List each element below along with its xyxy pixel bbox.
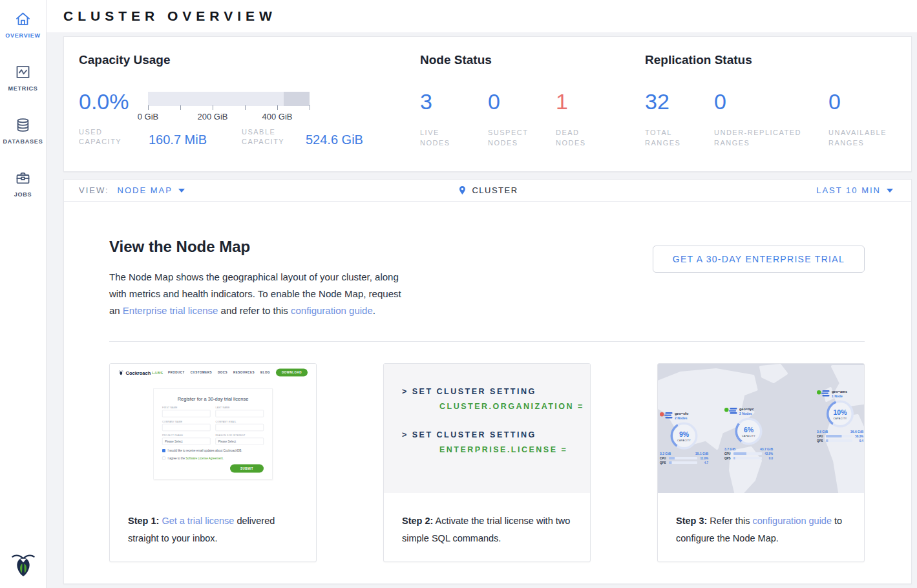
live-nodes-metric: 3 LIVENODES [420,89,488,148]
thumb-nav-item: CUSTOMERS [191,371,212,374]
dead-nodes-label: DEADNODES [556,127,645,148]
thumb-download-button: DOWNLOAD [276,369,308,377]
thumb-input [216,424,264,431]
briefcase-icon [14,169,32,187]
sql-prompt-line: > SET CLUSTER SETTING [402,430,590,439]
node-map-body: View the Node Map The Node Map shows the… [64,202,911,583]
node-status-section: Node Status 3 LIVENODES 0 SUSPECTNODES [420,37,645,171]
axis-tick-label: 400 GiB [262,112,293,121]
replication-status-title: Replication Status [645,53,911,67]
configuration-guide-link[interactable]: configuration guide [291,305,373,316]
under-replicated-ranges-label: UNDER-REPLICATEDRANGES [714,127,828,148]
configuration-guide-step-link[interactable]: configuration guide [752,516,832,526]
axis-tick [148,105,149,110]
chevron-down-icon [887,189,893,193]
thumb-nav-item: DOCS [218,371,227,374]
view-selector-dropdown[interactable]: NODE MAP [118,185,185,195]
capacity-usage-section: Capacity Usage 0.0% [64,37,420,171]
step1-card: Cockroach LABS PRODUCT CUSTOMERS DOCS RE… [109,363,317,562]
unavailable-ranges-label: UNAVAILABLERANGES [828,127,911,148]
sidebar-item-label: OVERVIEW [5,32,41,39]
trial-registration-thumbnail: Cockroach LABS PRODUCT CUSTOMERS DOCS RE… [110,364,316,493]
replication-status-section: Replication Status 32 TOTALRANGES 0 UNDE… [645,37,911,171]
capacity-bar-chart: 0 GiB 200 GiB 400 GiB [148,89,310,114]
app-root: OVERVIEW METRICS DATABASES JOBS [0,0,917,588]
capacity-usage-title: Capacity Usage [79,53,420,67]
axis-tick [180,105,181,110]
sidebar-item-overview[interactable]: OVERVIEW [0,10,46,39]
axis-tick [277,105,278,110]
unavailable-ranges-value: 0 [828,89,911,114]
step3-caption: Step 3: Refer this configuration guide t… [658,493,864,547]
live-nodes-value: 3 [420,89,488,114]
node-map-card: VIEW: NODE MAP CLUSTER LAST 10 MIN [63,179,912,584]
under-replicated-ranges-value: 0 [714,89,828,114]
thumb-checkbox-empty [162,457,165,460]
sidebar-item-label: JOBS [14,191,32,198]
chevron-down-icon [178,189,185,193]
thumb-checkbox-checked [162,449,165,452]
total-ranges-value: 32 [645,89,714,114]
thumb-form-title: Register for a 30-day trial license [162,396,264,402]
get-enterprise-trial-button[interactable]: GET A 30-DAY ENTERPRISE TRIAL [653,246,865,273]
cluster-summary-card: Capacity Usage 0.0% [63,36,912,172]
node-map-preview-thumbnail: geo=sfo 2 Nodes 9% [658,364,864,493]
main-area: CLUSTER OVERVIEW Capacity Usage 0.0% [47,0,917,588]
status-dot-live [724,408,729,412]
node-map-heading: View the Node Map [109,238,419,256]
content: Capacity Usage 0.0% [47,32,917,588]
thumb-input [162,410,211,417]
cockroach-labs-mini-logo: Cockroach LABS [118,370,163,376]
axis-tick [213,105,213,110]
axis-tick [310,105,310,110]
thumb-input [162,424,211,431]
node-stack-icon [730,408,737,415]
capacity-gauge: 10% CAPACITY [827,401,854,428]
dead-nodes-value: 1 [556,89,645,114]
sidebar-item-label: METRICS [8,85,37,92]
enterprise-trial-license-link[interactable]: Enterprise trial license [123,305,218,316]
under-replicated-ranges-metric: 0 UNDER-REPLICATEDRANGES [714,89,828,148]
location-pin-icon [457,185,467,196]
node-status-title: Node Status [420,53,645,67]
view-bar: VIEW: NODE MAP CLUSTER LAST 10 MIN [64,180,911,202]
capacity-bar [148,92,310,106]
usable-capacity-value: 524.6 GiB [306,132,363,147]
total-ranges-metric: 32 TOTALRANGES [645,89,714,148]
usable-capacity-label: USABLECAPACITY [242,127,306,147]
top-header: CLUSTER OVERVIEW [47,0,917,32]
breadcrumb-cluster[interactable]: CLUSTER [457,185,518,196]
dead-nodes-metric: 1 DEADNODES [556,89,645,148]
sidebar-item-databases[interactable]: DATABASES [0,116,46,145]
node-stack-icon [823,390,830,397]
thumb-nav-item: PRODUCT [168,371,185,374]
used-capacity-value: 160.7 MiB [149,132,242,147]
capacity-gauge: 6% CAPACITY [735,418,763,445]
capacity-gauge: 9% CAPACITY [671,423,698,450]
map-locale-nyc: geo=nyc 2 Nodes 6% [724,407,773,460]
time-range-dropdown[interactable]: LAST 10 MIN [816,185,893,195]
map-locale-ams: geo=ams 1 Node 10% [817,390,863,443]
metrics-icon [14,63,32,81]
step2-card: > SET CLUSTER SETTING CLUSTER.ORGANIZATI… [383,363,591,562]
node-stack-icon [666,412,673,419]
status-dot-live [817,390,821,395]
capacity-used-percent: 0.0% [79,89,148,114]
get-trial-license-link[interactable]: Get a trial license [162,516,234,526]
live-nodes-label: LIVENODES [420,127,488,148]
step3-card: geo=sfo 2 Nodes 9% [657,363,865,562]
map-locale-sfo: geo=sfo 2 Nodes 9% [660,412,708,465]
suspect-nodes-metric: 0 SUSPECTNODES [488,89,556,148]
axis-tick [245,105,246,110]
status-dot-dead [660,412,664,417]
step1-caption: Step 1: Get a trial license delivered st… [110,493,316,547]
thumb-submit-button: SUBMIT [230,465,264,473]
thumb-nav-item: BLOG [260,371,270,374]
home-icon [14,10,32,28]
suspect-nodes-label: SUSPECTNODES [488,127,556,148]
sql-setting-line: CLUSTER.ORGANIZATION = [439,402,590,411]
sidebar-item-metrics[interactable]: METRICS [0,63,46,92]
axis-tick-label: 0 GiB [138,112,159,121]
sidebar-item-jobs[interactable]: JOBS [0,169,46,198]
view-label: VIEW: [79,185,109,195]
